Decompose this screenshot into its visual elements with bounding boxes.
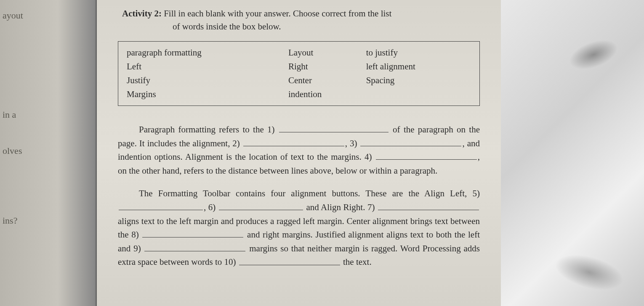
blank-4[interactable]: [376, 150, 477, 160]
word-bank-cell: Layout: [286, 46, 364, 60]
p1-text: 3): [350, 138, 357, 148]
paragraph-1: Paragraph formatting refers to the 1) of…: [118, 123, 480, 177]
word-bank-cell: paragraph formatting: [124, 46, 286, 60]
word-bank-box: paragraph formatting Layout to justify L…: [118, 41, 480, 106]
activity-heading: Activity 2: Fill in each blank with your…: [122, 8, 480, 19]
paragraph-2: The Formatting Toolbar contains four ali…: [118, 187, 480, 269]
blank-1[interactable]: [279, 123, 389, 132]
p2-text: , 6): [204, 202, 216, 212]
blank-9[interactable]: [144, 242, 245, 251]
blank-6[interactable]: [219, 200, 303, 210]
instruction-line-1: Fill in each blank with your answer. Cho…: [164, 8, 391, 18]
p1-text: ,: [345, 138, 347, 148]
word-bank-cell: Center: [286, 74, 364, 87]
blank-7[interactable]: [378, 200, 479, 210]
blank-10[interactable]: [239, 255, 340, 265]
p2-text: and Align Right. 7): [306, 202, 375, 212]
word-bank-table: paragraph formatting Layout to justify L…: [124, 46, 474, 101]
word-bank-cell: indention: [286, 87, 364, 101]
p2-text: The Formatting Toolbar contains four ali…: [139, 188, 480, 198]
p2-text: the text.: [343, 257, 372, 267]
word-bank-cell: left alignment: [364, 60, 474, 74]
word-bank-cell: Right: [286, 60, 364, 74]
cut-word-1: ayout: [0, 10, 97, 21]
blank-5[interactable]: [119, 200, 203, 210]
table-surface-background: [501, 0, 644, 306]
blank-3[interactable]: [360, 137, 461, 146]
cut-word-3: olves: [0, 145, 97, 156]
word-bank-cell: Margins: [124, 87, 286, 101]
previous-page-edge: ayout in a olves ins?: [0, 0, 97, 306]
word-bank-cell: Left: [124, 60, 286, 74]
blank-2[interactable]: [243, 137, 344, 146]
worksheet-page: Activity 2: Fill in each blank with your…: [97, 0, 501, 306]
p1-text: Paragraph formatting refers to the 1): [139, 124, 275, 135]
word-bank-cell: [364, 87, 474, 101]
word-bank-cell: to justify: [364, 46, 474, 60]
word-bank-cell: Spacing: [364, 74, 474, 87]
cut-word-2: in a: [0, 109, 97, 120]
instruction-line-2: of words inside the box below.: [173, 21, 480, 32]
blank-8[interactable]: [142, 228, 243, 237]
cut-word-4: ins?: [0, 215, 97, 226]
activity-label: Activity 2:: [122, 8, 162, 18]
word-bank-cell: Justify: [124, 74, 286, 87]
